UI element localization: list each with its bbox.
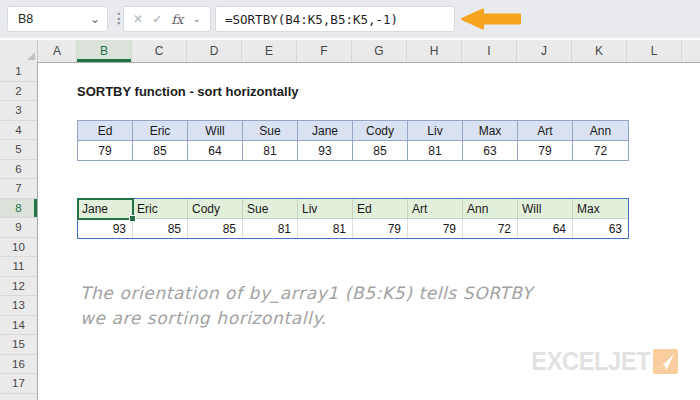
exceljet-logo-mark-icon (653, 349, 678, 374)
formula-text: =SORTBY(B4:K5,B5:K5,-1) (225, 12, 398, 27)
row-header-14[interactable]: 14 (0, 316, 37, 336)
formula-input[interactable]: =SORTBY(B4:K5,B5:K5,-1) (215, 6, 455, 32)
table-row: EdEricWillSueJaneCodyLivMaxArtAnn (78, 121, 628, 141)
select-all-triangle-icon (27, 52, 35, 60)
cell-I4[interactable]: Max (463, 121, 518, 141)
annotation-line-1: The orientation of by_array1 (B5:K5) tel… (80, 283, 533, 303)
cell-K4[interactable]: Ann (573, 121, 628, 141)
cell-E8[interactable]: Sue (243, 199, 298, 219)
cell-H5[interactable]: 81 (408, 141, 463, 160)
insert-function-icon[interactable]: fx (171, 12, 183, 27)
cell-B8[interactable]: Jane (78, 199, 133, 219)
cell-D9[interactable]: 85 (188, 219, 243, 238)
cell-C8[interactable]: Eric (133, 199, 188, 219)
cell-J8[interactable]: Will (518, 199, 573, 219)
cell-F4[interactable]: Jane (298, 121, 353, 141)
row-header-2[interactable]: 2 (0, 82, 37, 102)
row-header-4[interactable]: 4 (0, 121, 37, 141)
column-header-A[interactable]: A (38, 40, 77, 62)
table-row: JaneEricCodySueLivEdArtAnnWillMax (78, 199, 628, 219)
row-header-13[interactable]: 13 (0, 296, 37, 316)
name-box-value: B8 (18, 12, 33, 26)
cell-J9[interactable]: 64 (518, 219, 573, 238)
source-table: EdEricWillSueJaneCodyLivMaxArtAnn7985648… (77, 120, 629, 161)
cell-E9[interactable]: 81 (243, 219, 298, 238)
cell-G4[interactable]: Cody (353, 121, 408, 141)
cancel-icon[interactable]: ✕ (133, 12, 143, 26)
cell-G8[interactable]: Ed (353, 199, 408, 219)
annotation-line-2: we are sorting horizontally. (80, 308, 327, 328)
table-row: 79856481938581637972 (78, 141, 628, 160)
cell-F9[interactable]: 81 (298, 219, 353, 238)
table-row: 93858581817979726463 (78, 219, 628, 238)
row-header-1[interactable]: 1 (0, 62, 37, 82)
fx-toolbar: ✕ ✓ fx ⌄ (123, 6, 211, 32)
row-headers: 1234567891011121314151617 (0, 62, 38, 400)
column-headers: ABCDEFGHIJKL (0, 40, 700, 63)
column-header-L[interactable]: L (627, 40, 682, 62)
formula-bar: B8 ⌄ ⋮ ✕ ✓ fx ⌄ =SORTBY(B4:K5,B5:K5,-1) (0, 0, 700, 38)
row-header-3[interactable]: 3 (0, 101, 37, 121)
column-header-H[interactable]: H (407, 40, 462, 62)
row-header-11[interactable]: 11 (0, 257, 37, 277)
column-header-C[interactable]: C (132, 40, 187, 62)
column-header-overflow (682, 40, 700, 62)
cell-K5[interactable]: 72 (573, 141, 628, 160)
cell-C5[interactable]: 85 (133, 141, 188, 160)
cell-H9[interactable]: 79 (408, 219, 463, 238)
row-header-10[interactable]: 10 (0, 238, 37, 258)
worksheet-title: SORTBY function - sort horizontally (77, 84, 298, 99)
excel-app: B8 ⌄ ⋮ ✕ ✓ fx ⌄ =SORTBY(B4:K5,B5:K5,-1) … (0, 0, 700, 400)
cell-B4[interactable]: Ed (78, 121, 133, 141)
cell-D4[interactable]: Will (188, 121, 243, 141)
enter-icon[interactable]: ✓ (152, 12, 162, 26)
row-header-12[interactable]: 12 (0, 277, 37, 297)
cell-B5[interactable]: 79 (78, 141, 133, 160)
exceljet-logo-text: EXCELJET (531, 347, 650, 376)
cell-H8[interactable]: Art (408, 199, 463, 219)
cell-B9[interactable]: 93 (78, 219, 133, 238)
chevron-down-icon[interactable]: ⌄ (90, 14, 100, 24)
row-header-15[interactable]: 15 (0, 335, 37, 355)
cell-I8[interactable]: Ann (463, 199, 518, 219)
orange-arrow-icon (461, 8, 523, 30)
row-header-9[interactable]: 9 (0, 218, 37, 238)
column-header-F[interactable]: F (297, 40, 352, 62)
cell-I5[interactable]: 63 (463, 141, 518, 160)
chevron-down-icon[interactable]: ⌄ (193, 15, 201, 23)
cell-G9[interactable]: 79 (353, 219, 408, 238)
cell-J5[interactable]: 79 (518, 141, 573, 160)
cell-F5[interactable]: 93 (298, 141, 353, 160)
column-header-G[interactable]: G (352, 40, 407, 62)
cell-F8[interactable]: Liv (298, 199, 353, 219)
cell-E4[interactable]: Sue (243, 121, 298, 141)
row-header-7[interactable]: 7 (0, 179, 37, 199)
cell-D5[interactable]: 64 (188, 141, 243, 160)
fill-handle[interactable] (129, 215, 136, 222)
cell-G5[interactable]: 85 (353, 141, 408, 160)
cell-H4[interactable]: Liv (408, 121, 463, 141)
cell-D8[interactable]: Cody (188, 199, 243, 219)
column-header-E[interactable]: E (242, 40, 297, 62)
name-box[interactable]: B8 ⌄ (7, 6, 108, 32)
exceljet-logo: EXCELJET (525, 347, 678, 376)
cell-K8[interactable]: Max (573, 199, 628, 219)
cell-J4[interactable]: Art (518, 121, 573, 141)
cell-C4[interactable]: Eric (133, 121, 188, 141)
column-header-I[interactable]: I (462, 40, 517, 62)
row-header-17[interactable]: 17 (0, 374, 37, 394)
cell-K9[interactable]: 63 (573, 219, 628, 238)
cell-E5[interactable]: 81 (243, 141, 298, 160)
column-header-J[interactable]: J (517, 40, 572, 62)
column-header-B[interactable]: B (77, 40, 132, 62)
row-header-6[interactable]: 6 (0, 160, 37, 180)
column-header-K[interactable]: K (572, 40, 627, 62)
select-all-corner[interactable] (0, 40, 38, 62)
row-header-5[interactable]: 5 (0, 140, 37, 160)
result-table: JaneEricCodySueLivEdArtAnnWillMax9385858… (77, 198, 629, 239)
cell-I9[interactable]: 72 (463, 219, 518, 238)
cell-C9[interactable]: 85 (133, 219, 188, 238)
column-header-D[interactable]: D (187, 40, 242, 62)
row-header-16[interactable]: 16 (0, 355, 37, 375)
row-header-8[interactable]: 8 (0, 199, 37, 219)
